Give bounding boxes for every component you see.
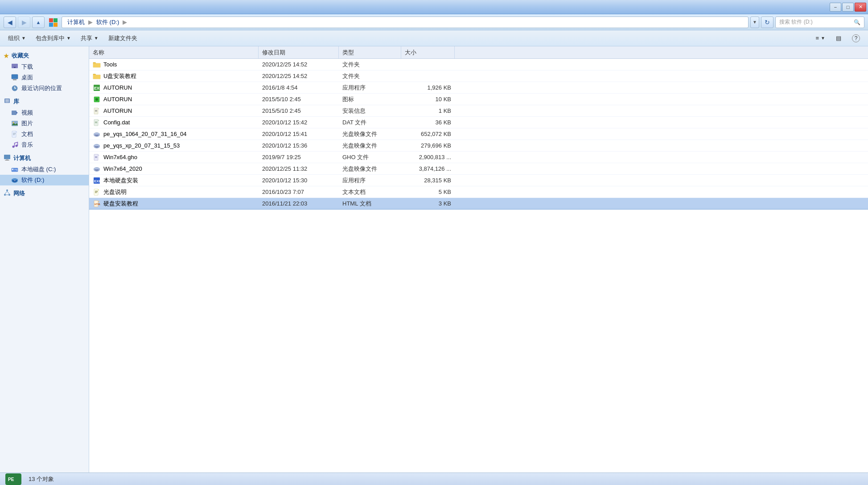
table-row[interactable]: pe_yqs_1064_20_07_31_16_04 2020/10/12 15…	[89, 128, 868, 140]
sidebar-pictures-label: 图片	[21, 119, 33, 127]
path-drive[interactable]: 软件 (D:)	[95, 17, 121, 27]
file-icon	[93, 165, 101, 173]
svg-text:EXE: EXE	[94, 86, 100, 90]
table-row[interactable]: pe_yqs_xp_20_07_31_15_53 2020/10/12 15:3…	[89, 140, 868, 152]
svg-rect-29	[12, 169, 13, 170]
sidebar-section-network: 网络	[0, 187, 89, 199]
table-row[interactable]: EXE 本地硬盘安装 2020/10/12 15:30 应用程序 28,315 …	[89, 175, 868, 186]
col-header-size[interactable]: 大小	[401, 46, 455, 58]
sidebar-local-c-label: 本地磁盘 (C:)	[21, 165, 56, 173]
include-button[interactable]: 包含到库中 ▼	[31, 32, 75, 45]
file-date-cell: 2019/9/7 19:25	[259, 154, 339, 160]
sidebar-network-header[interactable]: 网络	[0, 187, 89, 199]
view-button[interactable]: ≡ ▼	[811, 32, 830, 45]
sidebar-item-video[interactable]: 视频	[0, 107, 89, 118]
help-icon: ?	[852, 34, 860, 42]
library-icon	[4, 97, 11, 106]
svg-point-31	[16, 170, 18, 171]
file-icon	[93, 153, 101, 161]
file-name: 光盘说明	[103, 188, 127, 196]
sidebar-item-pictures[interactable]: 图片	[0, 118, 89, 129]
sidebar-music-label: 音乐	[21, 141, 33, 149]
preview-button[interactable]: ▤	[831, 32, 846, 45]
minimize-button[interactable]: −	[830, 3, 841, 12]
network-label: 网络	[13, 189, 25, 197]
up-button[interactable]: ▲	[32, 16, 45, 28]
file-name: AUTORUN	[103, 84, 132, 91]
svg-text:HTML: HTML	[95, 203, 100, 206]
file-size-cell: 652,072 KB	[401, 131, 455, 137]
table-row[interactable]: EXE AUTORUN 2016/1/8 4:54 应用程序 1,926 KB	[89, 82, 868, 94]
table-row[interactable]: AUTORUN 2015/5/10 2:45 安装信息 1 KB	[89, 105, 868, 117]
table-row[interactable]: Win7x64.gho 2019/9/7 19:25 GHO 文件 2,900,…	[89, 152, 868, 163]
sidebar-item-documents[interactable]: 文档	[0, 129, 89, 140]
table-row[interactable]: 光盘说明 2016/10/23 7:07 文本文档 5 KB	[89, 186, 868, 198]
address-dropdown[interactable]: ▼	[750, 16, 759, 28]
sidebar-computer-header[interactable]: 计算机	[0, 152, 89, 164]
file-name: U盘安装教程	[103, 72, 136, 80]
svg-point-35	[12, 179, 18, 181]
file-type-cell: 图标	[339, 95, 401, 103]
file-type-cell: 文件夹	[339, 61, 401, 69]
svg-point-57	[94, 133, 100, 135]
table-row[interactable]: HTML 硬盘安装教程 2016/11/21 22:03 HTML 文档 3 K…	[89, 198, 868, 210]
forward-icon: ▶	[22, 19, 27, 26]
col-header-name[interactable]: 名称	[89, 46, 259, 58]
col-header-date[interactable]: 修改日期	[259, 46, 339, 58]
file-name: 本地硬盘安装	[103, 177, 138, 185]
sidebar-item-download[interactable]: 下载	[0, 62, 89, 72]
video-icon	[11, 109, 19, 117]
sidebar-favorites-header[interactable]: ★ 收藏夹	[0, 50, 89, 62]
table-row[interactable]: Win7x64_2020 2020/12/25 11:32 光盘映像文件 3,8…	[89, 163, 868, 175]
sidebar-download-label: 下载	[21, 63, 33, 71]
sidebar: ★ 收藏夹 下载 桌面 最近访问的位置	[0, 46, 89, 473]
forward-button[interactable]: ▶	[18, 16, 30, 28]
file-icon	[93, 130, 101, 138]
file-date-cell: 2016/1/8 4:54	[259, 84, 339, 91]
file-icon	[93, 119, 101, 127]
table-row[interactable]: Config.dat 2020/10/12 15:42 DAT 文件 36 KB	[89, 117, 868, 128]
share-dropdown-icon: ▼	[94, 36, 99, 41]
status-count: 13 个对象	[29, 475, 54, 483]
new-folder-label: 新建文件夹	[108, 34, 137, 42]
share-button[interactable]: 共享 ▼	[76, 32, 103, 45]
sidebar-item-local-d[interactable]: 软件 (D:)	[0, 175, 89, 185]
computer-icon	[4, 154, 11, 162]
file-name-cell: U盘安装教程	[89, 72, 259, 80]
table-row[interactable]: U盘安装教程 2020/12/25 14:52 文件夹	[89, 70, 868, 82]
file-type-cell: 文本文档	[339, 188, 401, 196]
local-c-icon	[11, 165, 19, 173]
help-button[interactable]: ?	[847, 32, 864, 45]
sidebar-item-music[interactable]: 音乐	[0, 140, 89, 150]
file-name: pe_yqs_xp_20_07_31_15_53	[103, 142, 180, 149]
close-button[interactable]: ✕	[855, 3, 866, 12]
new-folder-button[interactable]: 新建文件夹	[104, 32, 142, 45]
refresh-button[interactable]: ↻	[761, 16, 773, 28]
sidebar-item-recent[interactable]: 最近访问的位置	[0, 83, 89, 94]
file-icon	[93, 142, 101, 150]
search-box[interactable]: 搜索 软件 (D:) 🔍	[775, 16, 864, 28]
organize-button[interactable]: 组织 ▼	[4, 32, 30, 45]
svg-rect-74	[95, 191, 98, 191]
sidebar-video-label: 视频	[21, 109, 33, 117]
svg-marker-14	[16, 111, 18, 114]
path-sep2: ▶	[123, 19, 127, 25]
file-name: 硬盘安装教程	[103, 200, 138, 208]
sidebar-item-local-c[interactable]: 本地磁盘 (C:)	[0, 164, 89, 175]
content-area: 名称 修改日期 类型 大小 Tools 2020/12/25 14:52 文件夹…	[89, 46, 868, 473]
table-row[interactable]: AUTORUN 2015/5/10 2:45 图标 10 KB	[89, 94, 868, 105]
maximize-button[interactable]: □	[842, 3, 854, 12]
file-size-cell: 10 KB	[401, 96, 455, 103]
back-button[interactable]: ◀	[4, 16, 16, 28]
svg-rect-64	[95, 156, 97, 157]
search-icon: 🔍	[854, 19, 860, 25]
col-header-type[interactable]: 类型	[339, 46, 401, 58]
share-label: 共享	[81, 34, 92, 42]
sidebar-item-desktop[interactable]: 桌面	[0, 72, 89, 83]
path-computer[interactable]: 计算机	[66, 17, 86, 27]
table-row[interactable]: Tools 2020/12/25 14:52 文件夹	[89, 59, 868, 70]
sidebar-library-header[interactable]: 库	[0, 95, 89, 107]
svg-rect-53	[95, 123, 97, 123]
main-layout: ★ 收藏夹 下载 桌面 最近访问的位置	[0, 46, 868, 473]
svg-text:EXE: EXE	[94, 179, 100, 183]
